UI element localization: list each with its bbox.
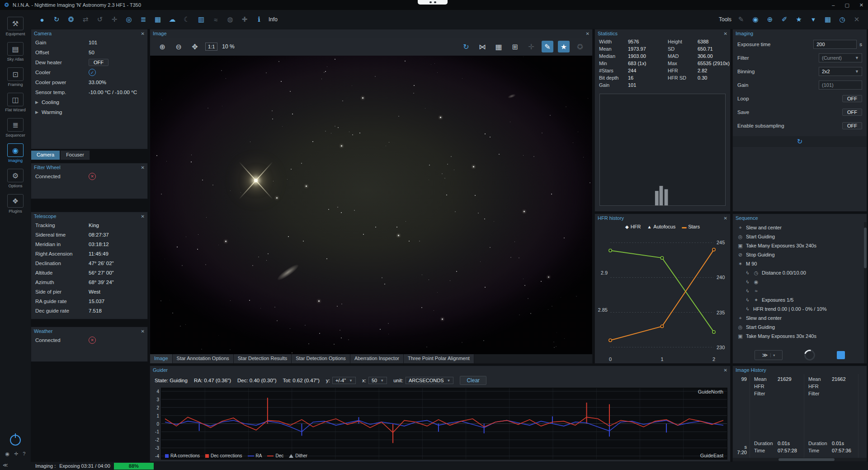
exposure-time-input[interactable]: 200: [813, 40, 857, 49]
sequence-item[interactable]: ⌖Slew and center: [733, 313, 867, 323]
guider-graph-icon[interactable]: ≈: [210, 14, 222, 25]
image-tab-aberration-inspector[interactable]: Aberration Inspector: [350, 354, 404, 363]
platesolve-icon[interactable]: ↻: [460, 41, 472, 52]
image-history-scrollbar[interactable]: [733, 458, 867, 461]
tab-camera[interactable]: Camera: [31, 150, 60, 160]
image-history-entry-clipped[interactable]: 99 s 7:20: [733, 374, 750, 458]
hfr-legend-stars[interactable]: ▬Stars: [682, 224, 700, 229]
sidebar-item-options[interactable]: ⚙Options: [1, 166, 29, 191]
sequence-item[interactable]: ϟ≈: [733, 286, 867, 295]
sequence-item[interactable]: ◎Start Guiding: [733, 323, 867, 332]
statistics-close-icon[interactable]: ✕: [724, 31, 727, 36]
sequence-item[interactable]: ✶M 90: [733, 259, 867, 268]
layout-tool-icon[interactable]: ▦: [822, 14, 834, 25]
gain-input[interactable]: (101): [819, 81, 862, 90]
annotate-target-icon[interactable]: ✪: [574, 41, 586, 52]
bucket-tool-icon[interactable]: ◉: [750, 14, 761, 25]
telescope-icon[interactable]: ◎: [123, 14, 135, 25]
sequence-item[interactable]: ϟHFR trend 0.00 | 0.00 - 0% / 10%: [733, 304, 867, 313]
zoom-out-icon[interactable]: ⊖: [173, 41, 184, 52]
image-tab-star-detection-results[interactable]: Star Detection Results: [234, 354, 292, 363]
dew-heater-toggle[interactable]: OFF: [89, 59, 108, 66]
reset-tool-icon[interactable]: ✕: [851, 14, 863, 25]
clock-tool-icon[interactable]: ◷: [836, 14, 848, 25]
clear-button[interactable]: Clear: [460, 376, 486, 385]
sidebar-item-flat-wizard[interactable]: ◫Flat Wizard: [1, 90, 29, 115]
image-tab-image[interactable]: Image: [150, 354, 173, 363]
sequence-scrollbar[interactable]: [864, 222, 867, 363]
filter-wheel-icon[interactable]: ❂: [65, 14, 77, 25]
help-icon[interactable]: ?: [23, 451, 25, 457]
grid-icon[interactable]: ▦: [493, 41, 505, 52]
cooler-on-icon[interactable]: ✓: [89, 69, 96, 76]
info-icon[interactable]: ℹ: [253, 14, 265, 25]
one-to-one-button[interactable]: 1:1: [205, 43, 217, 51]
visibility-icon[interactable]: ◉: [5, 451, 10, 457]
maximize-button[interactable]: ▢: [844, 2, 849, 8]
filter-select[interactable]: (Current)▼: [819, 53, 862, 62]
focuser-icon[interactable]: ↺: [94, 14, 106, 25]
sequence-item[interactable]: ▣Take Many Exposures 30x 240s: [733, 241, 867, 250]
y-scale-select[interactable]: +/-4"▼: [332, 377, 356, 384]
moon-icon[interactable]: ☾: [181, 14, 193, 25]
zoom-in-icon[interactable]: ⊕: [156, 41, 168, 52]
flip-icon[interactable]: ⋈: [476, 41, 488, 52]
power-button[interactable]: [10, 435, 21, 446]
sidebar-item-sky-atlas[interactable]: ▤Sky Atlas: [1, 39, 29, 64]
sequence-item[interactable]: ⊘Stop Guiding: [733, 250, 867, 259]
hfr-legend-autofocus[interactable]: ▲Autofocus: [647, 224, 675, 229]
crosshair-icon[interactable]: ✛: [14, 451, 18, 457]
minimize-button[interactable]: –: [832, 2, 835, 8]
statistics-icon[interactable]: ▦: [152, 14, 164, 25]
sidebar-collapse-button[interactable]: ≪: [0, 462, 11, 469]
image-tab-star-detection-options[interactable]: Star Detection Options: [292, 354, 350, 363]
sidebar-item-plugins[interactable]: ❖Plugins: [1, 191, 29, 216]
sequence-item[interactable]: ϟ✦Exposures 1/5: [733, 295, 867, 304]
sequence-item[interactable]: ϟ◉: [733, 277, 867, 286]
image-tab-star-annotation-options[interactable]: Star Annotation Options: [173, 354, 234, 363]
captured-image[interactable]: [150, 56, 592, 354]
autofocus-icon[interactable]: ✛: [108, 14, 120, 25]
sidebar-item-equipment[interactable]: ⚒Equipment: [1, 14, 29, 39]
camera-icon[interactable]: ●: [36, 14, 48, 25]
cooling-expander[interactable]: ▶Cooling: [31, 97, 147, 107]
caret-tool-icon[interactable]: ▾: [807, 14, 819, 25]
sidebar-item-framing[interactable]: ⊡Framing: [1, 64, 29, 90]
hfr-history-close-icon[interactable]: ✕: [724, 216, 727, 221]
cooler-icon[interactable]: ↻: [51, 14, 62, 25]
hfr-legend-hfr[interactable]: ◆HFR: [625, 224, 641, 229]
subsampling-toggle[interactable]: OFF: [842, 122, 862, 129]
sequence-item[interactable]: ⌖Slew and center: [733, 223, 867, 232]
pixel-peep-icon[interactable]: ✎: [542, 41, 553, 52]
loop-toggle[interactable]: OFF: [842, 95, 862, 102]
telescope-close-icon[interactable]: ✕: [141, 214, 145, 219]
dome-icon[interactable]: ◍: [224, 14, 236, 25]
unit-select[interactable]: ARCSECONDS▼: [406, 377, 454, 384]
image-history-entry[interactable]: Mean21662HFRFilterDuration0.01sTime07:57…: [804, 374, 859, 458]
skip-button[interactable]: ≫▾: [755, 350, 783, 360]
crosshair-icon[interactable]: ✛: [525, 41, 537, 52]
weather-close-icon[interactable]: ✕: [141, 329, 145, 334]
camera-close-icon[interactable]: ✕: [141, 31, 145, 36]
star-annotation-icon[interactable]: ★: [558, 41, 570, 52]
save-toggle[interactable]: OFF: [842, 109, 862, 116]
sequence-icon[interactable]: ≣: [137, 14, 149, 25]
stop-button[interactable]: [837, 351, 845, 359]
sidebar-item-sequencer[interactable]: ≣Sequencer: [1, 115, 29, 140]
info-label[interactable]: Info: [269, 16, 278, 23]
close-button[interactable]: ✕: [859, 2, 863, 8]
star-tool-icon[interactable]: ★: [793, 14, 805, 25]
fit-image-icon[interactable]: ✥: [189, 41, 201, 52]
subframe-icon[interactable]: ⊞: [509, 41, 521, 52]
refresh-icon[interactable]: ↻: [797, 138, 803, 146]
weather-icon[interactable]: ☁: [166, 14, 178, 25]
safety-icon[interactable]: ✚: [239, 14, 250, 25]
warming-expander[interactable]: ▶Warming: [31, 107, 147, 117]
pencil-tool-icon[interactable]: ✐: [778, 14, 790, 25]
x-scale-select[interactable]: 50▼: [368, 377, 387, 384]
tab-focuser[interactable]: Focuser: [60, 150, 90, 160]
sequence-item[interactable]: ▣Take Many Exposures 30x 240s: [733, 332, 867, 341]
brush-tool-icon[interactable]: ✎: [735, 14, 747, 25]
rotator-icon[interactable]: ⇄: [80, 14, 91, 25]
sidebar-item-imaging[interactable]: ◉Imaging: [1, 140, 29, 166]
